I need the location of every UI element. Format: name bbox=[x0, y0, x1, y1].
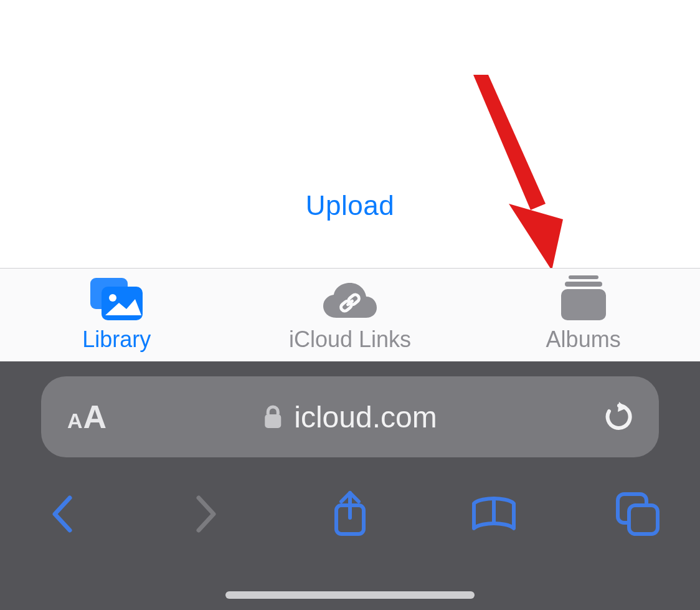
svg-rect-10 bbox=[561, 289, 606, 320]
tab-library[interactable]: Library bbox=[1, 278, 232, 353]
svg-rect-11 bbox=[265, 414, 281, 428]
address-domain: icloud.com bbox=[294, 400, 437, 434]
svg-rect-9 bbox=[565, 282, 602, 287]
home-indicator[interactable] bbox=[225, 591, 475, 599]
address-bar[interactable]: A A icloud.com bbox=[41, 376, 659, 457]
tab-icloud-links[interactable]: iCloud Links bbox=[235, 278, 466, 353]
cloud-link-icon bbox=[321, 278, 379, 320]
tab-library-label: Library bbox=[82, 326, 151, 353]
tabs-button[interactable] bbox=[610, 492, 666, 536]
reload-button[interactable] bbox=[605, 402, 633, 432]
tab-albums[interactable]: Albums bbox=[468, 278, 699, 353]
photos-tabbar: Library iCloud Links bbox=[0, 268, 700, 361]
library-icon bbox=[90, 278, 143, 320]
forward-button[interactable] bbox=[178, 494, 234, 534]
tab-icloud-links-label: iCloud Links bbox=[289, 326, 411, 353]
text-size-large-a: A bbox=[83, 398, 107, 436]
share-button[interactable] bbox=[322, 490, 378, 538]
svg-rect-8 bbox=[569, 275, 598, 279]
albums-icon bbox=[560, 278, 607, 320]
photos-content-area: Upload bbox=[0, 0, 700, 268]
tab-albums-label: Albums bbox=[546, 326, 621, 353]
svg-point-4 bbox=[109, 294, 116, 302]
lock-icon bbox=[263, 404, 283, 429]
safari-chrome: A A icloud.com bbox=[0, 361, 700, 610]
bookmarks-button[interactable] bbox=[466, 495, 522, 533]
upload-link[interactable]: Upload bbox=[306, 190, 394, 221]
safari-toolbar bbox=[0, 480, 700, 548]
reader-view-button[interactable]: A A bbox=[67, 398, 106, 436]
text-size-small-a: A bbox=[67, 409, 83, 433]
svg-rect-17 bbox=[629, 505, 658, 534]
back-button[interactable] bbox=[34, 494, 90, 534]
